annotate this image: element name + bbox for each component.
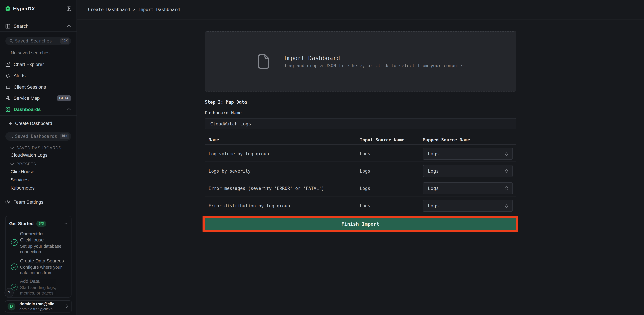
mapped-source-select[interactable]: Logs: [423, 182, 513, 194]
divider: [0, 31, 76, 32]
breadcrumb: Create Dashboard > Import Dashboard: [88, 7, 180, 12]
dashboard-name-label: Dashboard Name: [205, 110, 516, 115]
mapped-source-select[interactable]: Logs: [423, 200, 513, 212]
search-label: Search: [14, 24, 28, 29]
chevron-up-icon[interactable]: [67, 25, 71, 28]
select-chevrons-icon: [505, 203, 508, 208]
nav-label: Dashboards: [14, 107, 41, 112]
saved-dashboards-placeholder: Saved Dashboards: [15, 134, 57, 139]
search-nav-icon: [6, 24, 10, 29]
mapped-source-select[interactable]: Logs: [423, 148, 513, 160]
shortcut-badge: ⌘K: [60, 38, 69, 44]
chevron-up-icon[interactable]: [67, 108, 71, 111]
topbar: Create Dashboard > Import Dashboard: [77, 0, 644, 20]
table-row: Logs by severity Logs Logs: [205, 162, 516, 179]
nav-label: Service Map: [14, 96, 40, 101]
column-header-input-source: Input Source Name: [360, 137, 423, 142]
service-map-icon: [6, 96, 10, 101]
mapping-table: Name Input Source Name Mapped Source Nam…: [205, 129, 516, 214]
plus-icon: [8, 121, 12, 125]
user-name: dominic.tran@clic...: [20, 301, 58, 306]
chevron-down-icon: [10, 163, 14, 165]
sidebar-item-service-map[interactable]: Service Map BETA: [0, 93, 76, 104]
create-dashboard-label: Create Dashboard: [15, 121, 52, 126]
sidebar-item-cloudwatch-logs[interactable]: CloudWatch Logs: [10, 152, 48, 158]
table-row: Log volume by log group Logs Logs: [205, 145, 516, 162]
bell-icon: [6, 74, 10, 78]
help-button[interactable]: ?: [4, 288, 14, 297]
saved-searches-input[interactable]: Saved Searches ⌘K: [5, 37, 71, 45]
sidebar-item-search[interactable]: Search: [0, 22, 76, 30]
sidebar: HyperDX Search Saved Searches ⌘K No save…: [0, 0, 77, 315]
finish-import-button[interactable]: Finish Import: [205, 218, 516, 230]
chevron-up-icon[interactable]: [64, 222, 68, 225]
saved-dashboards-input[interactable]: Saved Dashboards ⌘K: [5, 132, 71, 141]
check-circle-icon: [11, 263, 18, 270]
team-settings-label: Team Settings: [14, 199, 43, 205]
chevron-right-icon: [66, 304, 68, 309]
sidebar-item-team-settings[interactable]: Team Settings: [0, 197, 76, 208]
dashboards-icon: [6, 107, 10, 112]
collapse-sidebar-icon[interactable]: [67, 7, 71, 11]
sidebar-item-chart-explorer[interactable]: Chart Explorer: [0, 59, 76, 70]
no-saved-searches-text: No saved searches: [11, 50, 50, 56]
divider: [0, 115, 76, 116]
get-started-item[interactable]: Connect to ClickHouse Set up your databa…: [20, 230, 67, 254]
get-started-title: Get Started: [9, 221, 34, 226]
search-icon: [10, 39, 13, 43]
gear-icon: [6, 200, 10, 204]
sidebar-item-alerts[interactable]: Alerts: [0, 70, 76, 81]
chart-explorer-icon: [6, 62, 10, 67]
dashboard-name-input[interactable]: CloudWatch Logs: [205, 118, 516, 129]
user-menu[interactable]: D dominic.tran@clic... dominic.tran@clic…: [5, 300, 72, 312]
select-chevrons-icon: [505, 151, 508, 156]
nav-label: Chart Explorer: [14, 62, 44, 67]
logo-row: HyperDX: [0, 5, 76, 13]
chevron-down-icon: [10, 147, 14, 149]
get-started-item-title: Connect to ClickHouse: [20, 230, 67, 243]
hyperdx-logo-icon: [5, 6, 10, 12]
table-row: Error distribution by log group Logs Log…: [205, 196, 516, 214]
user-email: dominic.tran@clickh...: [20, 307, 58, 311]
sidebar-item-client-sessions[interactable]: Client Sessions: [0, 82, 76, 93]
get-started-item[interactable]: Add Data Start sending logs, metrics, or…: [20, 278, 67, 296]
user-info: dominic.tran@clic... dominic.tran@clickh…: [20, 301, 58, 311]
laptop-icon: [6, 85, 10, 90]
select-chevrons-icon: [505, 169, 508, 174]
get-started-item-title: Create Data Sources: [20, 258, 67, 264]
get-started-item-title: Add Data: [20, 278, 67, 284]
get-started-item-desc: Set up your database connection: [20, 243, 67, 254]
mapped-source-select[interactable]: Logs: [423, 165, 513, 177]
column-header-name: Name: [208, 137, 360, 142]
check-circle-icon: [11, 239, 18, 246]
column-header-mapped-source: Mapped Source Name: [423, 137, 516, 142]
get-started-item-desc: Start sending logs, metrics, or traces: [20, 285, 67, 296]
get-started-header[interactable]: Get Started 3/3: [9, 220, 68, 227]
get-started-panel: Get Started 3/3 Connect to ClickHouse Se…: [5, 216, 72, 297]
create-dashboard-button[interactable]: Create Dashboard: [0, 119, 76, 127]
import-dropzone[interactable]: Import Dashboard Drag and drop a JSON fi…: [205, 31, 516, 92]
beta-badge: BETA: [57, 95, 71, 101]
saved-dashboards-section-header[interactable]: SAVED DASHBOARDS: [10, 146, 62, 150]
saved-searches-placeholder: Saved Searches: [15, 39, 52, 44]
step-title: Step 2: Map Data: [205, 100, 516, 105]
presets-section-header[interactable]: PRESETS: [10, 162, 36, 166]
avatar: D: [8, 302, 16, 310]
file-icon: [258, 54, 269, 69]
sidebar-item-kubernetes[interactable]: Kubernetes: [10, 185, 34, 191]
table-row: Error messages (severity 'ERROR' or 'FAT…: [205, 179, 516, 196]
shortcut-badge: ⌘K: [60, 134, 69, 139]
get-started-item[interactable]: Create Data Sources Configure where your…: [20, 258, 67, 275]
app-title: HyperDX: [13, 6, 35, 12]
nav-label: Alerts: [14, 73, 26, 78]
sidebar-item-services[interactable]: Services: [10, 177, 28, 182]
get-started-progress-badge: 3/3: [36, 221, 46, 227]
help-label: ?: [8, 290, 10, 295]
dropzone-title: Import Dashboard: [284, 54, 467, 62]
select-chevrons-icon: [505, 186, 508, 191]
sidebar-item-clickhouse[interactable]: ClickHouse: [10, 169, 34, 174]
sidebar-item-dashboards[interactable]: Dashboards: [0, 104, 76, 115]
main-area: Create Dashboard > Import Dashboard Impo…: [77, 0, 644, 315]
table-header-row: Name Input Source Name Mapped Source Nam…: [205, 129, 516, 145]
dropzone-subtitle: Drag and drop a JSON file here, or click…: [284, 63, 467, 69]
